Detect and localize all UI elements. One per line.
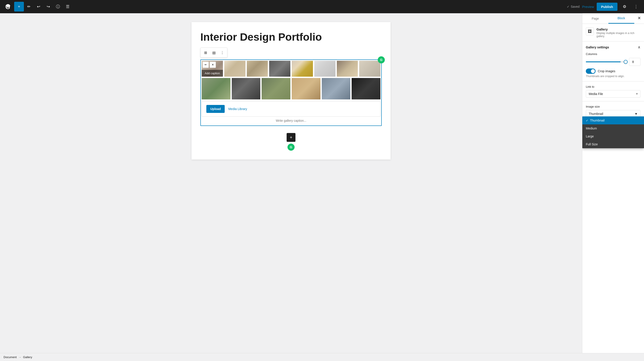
link-to-select-wrapper: None Media File Attachment Page Custom U… [586,90,640,98]
undo-icon: ↩ [37,4,40,9]
gallery-item-6-image [314,61,336,77]
list-view-button[interactable]: ☰ [63,2,72,11]
dropdown-item-medium[interactable]: Medium [582,124,644,132]
grammarly-icon-bottom: G [288,144,294,151]
panel-tabs: Page Block ✕ [582,13,644,24]
gallery-more-options-button[interactable]: ⋮ [218,49,226,56]
full-size-option: Full Size [586,142,598,146]
gallery-item-12[interactable] [292,78,320,99]
gallery-row-1: ✏ ✕ Add caption [202,61,380,77]
wordpress-logo[interactable] [4,2,12,11]
page-title[interactable]: Interior Design Portfolio [200,31,382,43]
image-size-value: Thumbnail [589,112,603,116]
gallery-item-2[interactable] [224,61,246,77]
close-panel-icon: ✕ [638,16,641,20]
large-option: Large [586,135,594,138]
gallery-icon: 🖼 [588,29,592,34]
gallery-item-1[interactable]: ✏ ✕ Add caption [202,61,223,77]
dropdown-item-large[interactable]: Large [582,132,644,140]
gallery-item-7-image [337,61,358,77]
columns-slider[interactable] [586,60,627,64]
link-to-section: Link to None Media File Attachment Page … [582,81,644,101]
edit-image-button[interactable]: ✏ [202,62,209,68]
collapse-settings-button[interactable]: ∧ [638,45,640,49]
slider-track [586,61,627,62]
editor-area: Interior Design Portfolio ⊞ ▤ ⋮ G [0,13,582,361]
gallery-item-10[interactable] [232,78,260,99]
tab-block[interactable]: Block [608,13,634,24]
saved-status: ✓ Saved [567,5,580,8]
right-panel: Page Block ✕ 🖼 Gallery Display multiple … [582,13,644,361]
remove-image-button[interactable]: ✕ [210,62,216,68]
dropdown-item-fullsize[interactable]: Full Size [582,140,644,148]
gallery-caption-input[interactable] [202,117,380,125]
gallery-item-4[interactable] [269,61,290,77]
gallery-item-4-image [269,61,290,77]
columns-input[interactable] [629,58,640,66]
list-icon: ☰ [66,4,70,9]
upload-row: Upload Media Library [202,101,380,117]
thumbnail-option: Thumbnail [590,119,604,122]
main-layout: Interior Design Portfolio ⊞ ▤ ⋮ G [0,13,644,361]
slider-fill [586,61,620,62]
breadcrumb-document[interactable]: Document [4,356,16,359]
gallery-item-12-image [292,78,320,99]
gallery-item-8[interactable] [359,61,380,77]
gallery-list-view-button[interactable]: ▤ [210,49,218,56]
gear-icon: ⚙ [623,4,626,9]
breadcrumb-gallery[interactable]: Gallery [23,356,32,359]
undo-button[interactable]: ↩ [34,2,43,11]
gallery-item-3-image [247,61,268,77]
gallery-settings-section: Gallery settings ∧ Columns [582,41,644,81]
item-controls: ✏ ✕ [202,62,216,68]
dropdown-item-thumbnail[interactable]: ✓ Thumbnail [582,116,644,124]
gallery-block-text: Gallery Display multiple images in a ric… [596,27,640,38]
gallery-item-9-image [202,78,230,99]
panel-close-button[interactable]: ✕ [634,13,644,23]
slider-thumb[interactable] [624,60,628,64]
redo-icon: ↪ [47,4,50,9]
gallery-block-info: 🖼 Gallery Display multiple images in a r… [582,24,644,41]
settings-section-header: Gallery settings ∧ [586,45,640,49]
gallery-item-13[interactable] [322,78,350,99]
settings-button[interactable]: ⚙ [620,2,629,11]
gallery-row-2 [202,78,380,99]
crop-images-toggle[interactable] [586,68,596,74]
add-caption-overlay[interactable]: Add caption [202,70,223,77]
edit-button[interactable]: ✏ [24,2,34,11]
redo-button[interactable]: ↪ [43,2,53,11]
columns-label: Columns [586,52,640,56]
gallery-item-13-image [322,78,350,99]
medium-option: Medium [586,127,597,130]
close-icon: ✕ [212,63,214,66]
gallery-item-6[interactable] [314,61,336,77]
tab-page[interactable]: Page [582,13,608,24]
gallery-item-5[interactable] [292,61,313,77]
gallery-item-11-image [262,78,290,99]
info-button[interactable]: ⓘ [53,2,63,11]
image-size-section: Image size Thumbnail ▼ ✓ Thumbnail Mediu… [582,101,644,121]
upload-button[interactable]: Upload [206,105,225,113]
add-block-button[interactable]: + [14,2,24,11]
check-icon: ✓ [567,5,570,8]
add-block-bottom-button[interactable]: + [286,133,296,142]
publish-button[interactable]: Publish [597,3,618,11]
breadcrumb: Document → Gallery [0,353,644,361]
grammarly-icon-top: G [378,56,385,63]
pencil-icon: ✏ [204,63,207,66]
dots-icon: ⋮ [220,51,224,55]
link-to-select[interactable]: None Media File Attachment Page Custom U… [586,90,640,98]
media-library-button[interactable]: Media Library [228,107,247,111]
gallery-item-3[interactable] [247,61,268,77]
gallery-item-7[interactable] [337,61,358,77]
crop-images-desc: Thumbnails are cropped to align. [586,75,640,78]
more-options-button[interactable]: ⋮ [632,2,640,11]
gallery-item-11[interactable] [262,78,290,99]
wordpress-icon [5,3,11,10]
gallery-item-14-image [352,78,380,99]
gallery-item-14[interactable] [352,78,380,99]
gallery-item-9[interactable] [202,78,230,99]
gallery-block-title: Gallery [596,27,640,31]
preview-button[interactable]: Preview [582,5,594,8]
gallery-image-view-button[interactable]: ⊞ [202,49,210,56]
